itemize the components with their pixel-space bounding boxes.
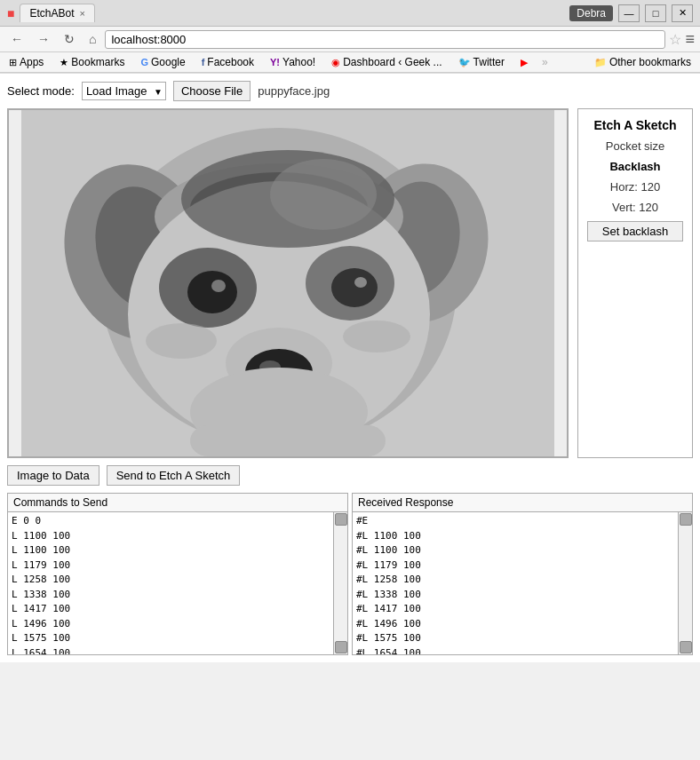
tab-close-icon[interactable]: × <box>80 8 85 19</box>
bookmark-facebook[interactable]: f Facebook <box>198 54 258 70</box>
page-content: Select mode: Load Image Draw Replay ▼ Ch… <box>0 73 700 662</box>
etch-section-title: Backlash <box>609 160 660 173</box>
etch-horz: Horz: 120 <box>610 180 660 194</box>
mode-label: Select mode: <box>7 84 75 98</box>
response-panel-header: Received Response <box>353 494 692 512</box>
browser-menu-button[interactable]: ≡ <box>685 30 695 49</box>
svg-point-12 <box>187 271 237 313</box>
etch-title: Etch A Sketch <box>593 118 676 132</box>
user-badge: Debra <box>569 5 613 21</box>
forward-button[interactable]: → <box>32 29 55 49</box>
bookmark-google-label: Google <box>151 56 186 68</box>
bookmark-dashboard-label: Dashboard ‹ Geek ... <box>343 56 441 68</box>
svg-rect-25 <box>190 425 386 456</box>
close-button[interactable]: ✕ <box>672 4 693 22</box>
refresh-button[interactable]: ↻ <box>59 29 80 49</box>
data-area: Commands to Send E 0 0 L 1100 100 L 1100… <box>7 493 693 655</box>
bookmark-bookmarks-label: Bookmarks <box>71 56 124 68</box>
response-panel-content[interactable]: #E #L 1100 100 #L 1100 100 #L 1179 100 #… <box>353 512 678 654</box>
minimize-button[interactable]: — <box>618 4 640 22</box>
etch-panel: Etch A Sketch Pocket size Backlash Horz:… <box>577 108 693 458</box>
svg-point-15 <box>354 277 367 288</box>
bookmark-youtube[interactable]: ▶ <box>517 55 531 70</box>
image-to-data-button[interactable]: Image to Data <box>7 465 99 486</box>
bookmark-twitter[interactable]: 🐦 Twitter <box>455 54 508 70</box>
etch-vert: Vert: 120 <box>612 201 658 214</box>
bookmark-apps-label: Apps <box>20 56 44 68</box>
choose-file-button[interactable]: Choose File <box>173 81 251 101</box>
commands-panel-content[interactable]: E 0 0 L 1100 100 L 1100 100 L 1179 100 L… <box>8 512 333 654</box>
bookmark-other[interactable]: 📁 Other bookmarks <box>591 54 695 70</box>
folder-icon: 📁 <box>594 57 607 68</box>
address-input[interactable] <box>111 33 659 46</box>
yahoo-icon: Y! <box>270 57 280 67</box>
title-bar-left: ■ EtchABot × <box>7 4 95 22</box>
bookmark-facebook-label: Facebook <box>207 56 254 68</box>
mode-select-wrapper: Load Image Draw Replay ▼ <box>82 82 166 100</box>
commands-panel-header: Commands to Send <box>8 494 347 512</box>
response-panel: Received Response #E #L 1100 100 #L 1100… <box>352 493 693 655</box>
facebook-icon: f <box>202 57 205 67</box>
title-bar: ■ EtchABot × Debra — □ ✕ <box>0 0 700 27</box>
toolbar: Select mode: Load Image Draw Replay ▼ Ch… <box>7 81 693 101</box>
set-backlash-button[interactable]: Set backlash <box>587 221 683 241</box>
action-buttons: Image to Data Send to Etch A Sketch <box>7 465 693 486</box>
back-button[interactable]: ← <box>5 29 28 49</box>
response-scrollbar[interactable] <box>678 512 692 654</box>
svg-point-24 <box>270 159 377 230</box>
bookmark-apps[interactable]: ⊞ Apps <box>5 54 47 70</box>
svg-point-21 <box>146 323 217 359</box>
google-icon: G <box>140 57 148 67</box>
svg-point-22 <box>343 321 410 352</box>
image-canvas <box>7 108 569 458</box>
tab-title: EtchABot <box>29 7 74 20</box>
nav-bar: ← → ↻ ⌂ ☆ ≡ <box>0 27 700 52</box>
bookmark-star-button[interactable]: ☆ <box>669 31 681 48</box>
send-to-etch-button[interactable]: Send to Etch A Sketch <box>107 465 241 486</box>
browser-tab[interactable]: EtchABot × <box>20 4 94 22</box>
bookmark-twitter-label: Twitter <box>473 56 505 68</box>
bookmark-yahoo-label: Yahoo! <box>282 56 315 68</box>
twitter-icon: 🐦 <box>458 57 471 68</box>
bookmark-other-label: Other bookmarks <box>609 56 691 68</box>
etch-subtitle: Pocket size <box>606 139 664 153</box>
address-bar <box>105 30 665 49</box>
svg-point-14 <box>211 280 226 292</box>
mode-select[interactable]: Load Image Draw Replay <box>82 82 166 100</box>
home-button[interactable]: ⌂ <box>84 29 101 49</box>
star-icon: ★ <box>60 57 68 68</box>
dog-image-svg <box>9 110 567 456</box>
bookmark-bookmarks[interactable]: ★ Bookmarks <box>56 54 128 70</box>
main-area: Etch A Sketch Pocket size Backlash Horz:… <box>7 108 693 458</box>
youtube-icon: ▶ <box>521 57 528 68</box>
maximize-button[interactable]: □ <box>645 4 666 22</box>
svg-point-13 <box>331 268 378 307</box>
bookmark-google[interactable]: G Google <box>137 54 188 70</box>
bookmark-yahoo[interactable]: Y! Yahoo! <box>266 54 319 70</box>
dashboard-icon: ◉ <box>331 57 340 68</box>
browser-icon: ■ <box>7 6 14 20</box>
file-name: puppyface.jpg <box>258 84 330 98</box>
apps-icon: ⊞ <box>9 57 17 68</box>
commands-panel: Commands to Send E 0 0 L 1100 100 L 1100… <box>7 493 348 655</box>
bookmarks-bar: ⊞ Apps ★ Bookmarks G Google f Facebook Y… <box>0 52 700 73</box>
bookmark-dashboard[interactable]: ◉ Dashboard ‹ Geek ... <box>328 54 445 70</box>
commands-scrollbar[interactable] <box>333 512 347 654</box>
